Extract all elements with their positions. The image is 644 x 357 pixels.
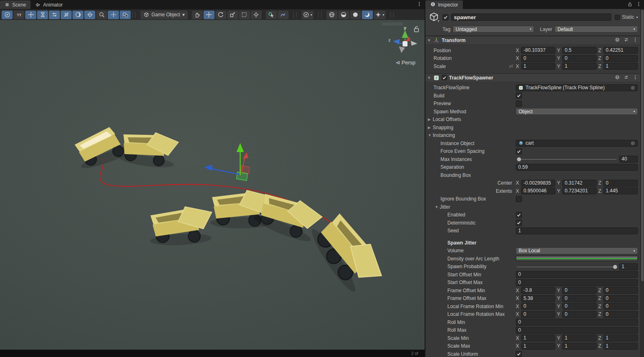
scrollbar-thumb[interactable] — [641, 10, 644, 281]
component-header-row[interactable]: ▼ # TrackFlowSpawner ? — [425, 73, 640, 82]
gameobject-cube-icon[interactable]: ▾ — [428, 11, 440, 23]
spline-tool-tool-button[interactable] — [278, 11, 289, 19]
local-frame-rotation-min-x-field[interactable]: 0 — [521, 303, 555, 310]
cart-instance[interactable] — [307, 207, 388, 297]
cutout-tool-button[interactable] — [37, 11, 48, 19]
instance-object-object-field[interactable]: cart — [516, 140, 638, 147]
sliders-tool-button[interactable] — [49, 11, 60, 19]
snapping-label[interactable]: ▶Snapping — [425, 125, 516, 130]
presets-icon[interactable] — [624, 37, 629, 44]
layer-dropdown[interactable]: Default ▾ — [554, 26, 638, 33]
component-kebab-icon[interactable] — [633, 75, 638, 81]
roll-max-field[interactable]: 0 — [516, 327, 638, 334]
cart-instance[interactable] — [118, 128, 180, 170]
foldout-arrow-icon[interactable]: ▶ — [428, 126, 433, 130]
component-kebab-icon[interactable] — [633, 37, 638, 44]
move-alt-tool-button[interactable] — [108, 11, 119, 19]
rotation-y-field[interactable]: 0 — [562, 55, 596, 62]
frame-offset-max-z-field[interactable]: 0 — [603, 295, 638, 302]
position-x-field[interactable]: -80.10337 — [521, 47, 555, 54]
help-icon[interactable]: ? — [615, 37, 620, 44]
scale-uniform-checkbox[interactable] — [516, 351, 522, 357]
foldout-arrow-icon[interactable]: ▼ — [427, 76, 431, 80]
deterministic-checkbox[interactable] — [516, 220, 522, 226]
local-offsets-label[interactable]: ▶Local Offsets — [425, 117, 516, 122]
search-tool-button[interactable] — [96, 11, 107, 19]
local-frame-rotation-min-z-field[interactable]: 0 — [603, 303, 638, 310]
gameobject-active-checkbox[interactable] — [442, 14, 449, 20]
tab-scene[interactable]: Scene — [0, 0, 31, 9]
local-frame-rotation-max-z-field[interactable]: 0 — [603, 311, 638, 318]
spawn-probability-value-field[interactable]: 1 — [619, 263, 638, 270]
scene-menu-kebab-icon[interactable] — [416, 1, 422, 8]
transform-tool-tool-button[interactable] — [251, 11, 262, 19]
separation-field[interactable]: 0.59 — [516, 164, 638, 171]
compass-tool-button[interactable]: ▾ — [302, 11, 313, 19]
sphere-half-tool-button[interactable] — [338, 11, 349, 19]
layers-tool-button[interactable] — [84, 11, 95, 19]
foldout-arrow-icon[interactable]: ▼ — [435, 205, 440, 209]
frame-offset-max-y-field[interactable]: 0 — [562, 295, 596, 302]
slider-handle[interactable] — [517, 157, 521, 161]
sphere-grid-tool-button[interactable] — [326, 11, 337, 19]
scale-z-field[interactable]: 1 — [603, 63, 638, 70]
volume-dropdown[interactable]: Box Local▾ — [516, 247, 638, 254]
tab-inspector[interactable]: Inspector — [425, 0, 463, 9]
scale-min-y-field[interactable]: 1 — [562, 335, 596, 342]
tag-dropdown[interactable]: Untagged ▾ — [453, 26, 534, 33]
center-x-field[interactable]: -0.00299835 — [521, 180, 555, 187]
move-tool-button[interactable] — [204, 11, 215, 19]
picker-tool-button[interactable] — [266, 11, 277, 19]
foldout-arrow-icon[interactable]: ▶ — [428, 117, 433, 121]
unlock-icon[interactable] — [627, 2, 633, 8]
move-gizmo[interactable] — [204, 143, 250, 181]
orientation-gizmo[interactable]: y z ⊲ Persp — [388, 25, 417, 66]
static-chevron-down-icon[interactable]: ▾ — [636, 15, 638, 19]
foldout-arrow-icon[interactable]: ▼ — [428, 133, 433, 137]
local-frame-rotation-min-y-field[interactable]: 0 — [562, 303, 596, 310]
instancing-label[interactable]: ▼Instancing — [425, 132, 516, 138]
link-broken-icon[interactable] — [508, 64, 514, 69]
force-even-spacing-checkbox[interactable] — [516, 148, 522, 154]
jitter-label[interactable]: ▼Jitter — [425, 204, 516, 210]
inspector-scrollbar[interactable] — [640, 9, 644, 357]
center-z-field[interactable]: 0 — [603, 180, 638, 187]
hatch-tool-button[interactable] — [61, 11, 72, 19]
tab-animator[interactable]: Animator — [31, 0, 67, 9]
help-icon[interactable]: ? — [615, 75, 620, 81]
rotation-z-field[interactable]: 0 — [603, 55, 638, 62]
extents-y-field[interactable]: 0.7234201 — [562, 187, 596, 194]
enabled-checkbox[interactable] — [516, 212, 522, 218]
rotation-x-field[interactable]: 0 — [521, 55, 555, 62]
scene-unlock-icon[interactable] — [414, 26, 418, 32]
spawn-probability-slider[interactable] — [516, 264, 618, 269]
seed-field[interactable]: 1 — [516, 227, 638, 234]
local-frame-rotation-max-y-field[interactable]: 0 — [562, 311, 596, 318]
scale-min-x-field[interactable]: 1 — [521, 335, 555, 342]
camera-shapes-tool-button[interactable] — [120, 11, 131, 19]
roll-min-field[interactable]: 0 — [516, 319, 638, 326]
spawn-method-dropdown[interactable]: Object▾ — [516, 108, 638, 115]
trackflowspline-object-field[interactable]: #TrackFlowSpline (Track Flow Spline) — [516, 84, 638, 91]
frame-offset-min-y-field[interactable]: 0 — [562, 287, 596, 294]
rect-tool-tool-button[interactable] — [239, 11, 250, 19]
component-header-row[interactable]: ▼ Transform ? — [425, 36, 640, 45]
start-offset-max-field[interactable]: 0 — [516, 279, 638, 286]
frame-offset-max-x-field[interactable]: 5.38 — [521, 295, 555, 302]
max-instances-slider[interactable] — [516, 156, 618, 162]
scale-max-x-field[interactable]: 1 — [521, 343, 555, 350]
density-over-arc-length-curve-field[interactable] — [516, 256, 638, 261]
static-checkbox[interactable] — [615, 15, 620, 20]
crescent-tool-button[interactable] — [362, 11, 373, 19]
component-enabled-checkbox[interactable] — [442, 75, 447, 80]
frame-offset-min-z-field[interactable]: 0 — [603, 287, 638, 294]
scale-min-z-field[interactable]: 1 — [603, 335, 638, 342]
extents-x-field[interactable]: 0.9500046 — [521, 187, 555, 194]
scale-x-field[interactable]: 1 — [521, 63, 555, 70]
presets-icon[interactable] — [624, 75, 629, 81]
build-checkbox[interactable] — [516, 93, 522, 99]
circle-solid-tool-button[interactable] — [350, 11, 361, 19]
scale-tool-button[interactable] — [227, 11, 238, 19]
move-tool-button[interactable] — [25, 11, 36, 19]
scale-max-y-field[interactable]: 1 — [562, 343, 596, 350]
